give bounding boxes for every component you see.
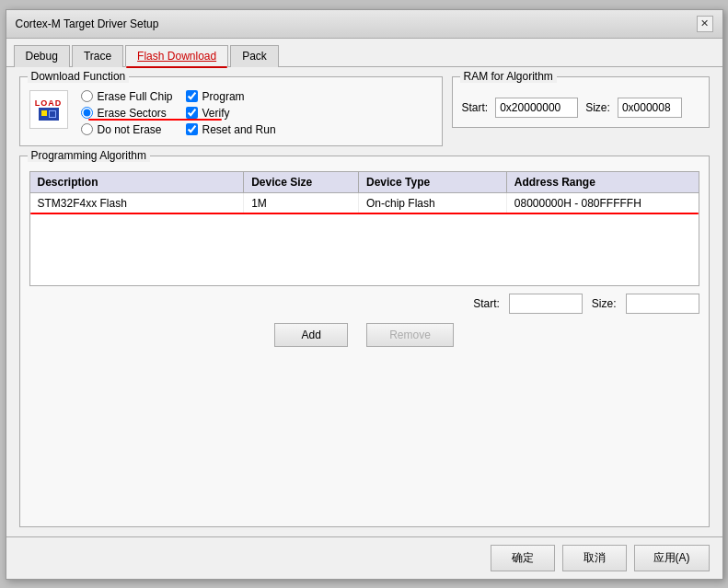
size-input[interactable] <box>626 294 699 314</box>
ram-size-input[interactable] <box>618 98 682 118</box>
table-row[interactable]: STM32F4xx Flash 1M On-chip Flash 0800000… <box>30 193 699 214</box>
ram-algorithm-group: RAM for Algorithm Start: Size: <box>452 76 710 128</box>
reset-and-run-checkbox[interactable] <box>186 123 198 135</box>
programming-algorithm-legend: Programming Algorithm <box>28 149 150 162</box>
program-checkbox[interactable] <box>186 90 198 102</box>
erase-sectors-radio[interactable] <box>81 107 93 119</box>
table-header: Description Device Size Device Type Addr… <box>30 172 699 193</box>
main-window: Cortex-M Target Driver Setup ✕ Debug Tra… <box>6 9 723 580</box>
radio-options: Erase Full Chip Erase Sectors Do not Era… <box>81 90 173 136</box>
tab-flash-download[interactable]: Flash Download <box>125 45 228 67</box>
col-device-type: Device Type <box>359 172 507 192</box>
download-function-legend: Download Function <box>28 70 130 83</box>
ram-algorithm-legend: RAM for Algorithm <box>460 70 557 83</box>
program-label: Program <box>202 90 245 103</box>
ram-start-label: Start: <box>462 101 489 114</box>
cell-address-range: 08000000H - 080FFFFFH <box>507 193 699 213</box>
cb-reset-run-row: Reset and Run <box>186 123 276 136</box>
verify-label: Verify <box>202 107 230 120</box>
ok-button[interactable]: 确定 <box>491 545 555 571</box>
radio-do-not-erase: Do not Erase <box>81 123 173 136</box>
erase-full-chip-label: Erase Full Chip <box>98 90 173 103</box>
cell-device-type: On-chip Flash <box>359 193 507 213</box>
ram-row: Start: Size: <box>462 98 699 118</box>
footer-bar: 确定 取消 应用(A) <box>6 536 722 579</box>
add-remove-buttons: Add Remove <box>29 323 699 347</box>
col-address-range: Address Range <box>507 172 699 192</box>
ram-size-label: Size: <box>585 101 610 114</box>
title-bar: Cortex-M Target Driver Setup ✕ <box>6 10 722 39</box>
cancel-button[interactable]: 取消 <box>562 545 627 571</box>
radio-erase-full: Erase Full Chip <box>81 90 173 103</box>
col-description: Description <box>30 172 245 192</box>
radio-erase-sectors: Erase Sectors <box>81 107 173 120</box>
remove-button[interactable]: Remove <box>366 323 454 347</box>
download-function-group: Download Function LOAD Erase Full Chip <box>19 76 443 146</box>
erase-sectors-label: Erase Sectors <box>98 107 167 120</box>
table-body: STM32F4xx Flash 1M On-chip Flash 0800000… <box>30 193 699 285</box>
col-device-size: Device Size <box>244 172 359 192</box>
cell-description: STM32F4xx Flash <box>30 193 245 213</box>
cb-program-row: Program <box>186 90 276 103</box>
verify-checkbox[interactable] <box>186 107 198 119</box>
tab-pack[interactable]: Pack <box>230 45 279 67</box>
apply-button[interactable]: 应用(A) <box>634 545 710 571</box>
add-button[interactable]: Add <box>274 323 348 347</box>
top-row: Download Function LOAD Erase Full Chip <box>19 76 710 146</box>
start-label: Start: <box>473 297 500 310</box>
ram-start-input[interactable] <box>495 98 578 118</box>
load-icon: LOAD <box>29 90 68 129</box>
do-not-erase-radio[interactable] <box>81 123 93 135</box>
tab-bar: Debug Trace Flash Download Pack <box>6 39 722 67</box>
cell-device-size: 1M <box>244 193 359 213</box>
checkbox-options: Program Verify Reset and Run <box>186 90 276 136</box>
download-function-content: LOAD Erase Full Chip Era <box>29 88 433 136</box>
size-label: Size: <box>592 297 617 310</box>
start-size-row: Start: Size: <box>29 294 699 314</box>
tab-debug[interactable]: Debug <box>14 45 70 67</box>
programming-algorithm-group: Programming Algorithm Description Device… <box>19 156 710 527</box>
close-button[interactable]: ✕ <box>697 16 713 32</box>
cb-verify-row: Verify <box>186 107 276 120</box>
window-title: Cortex-M Target Driver Setup <box>16 17 159 30</box>
tab-trace[interactable]: Trace <box>72 45 123 67</box>
start-input[interactable] <box>509 294 583 314</box>
erase-full-chip-radio[interactable] <box>81 90 93 102</box>
main-content: Download Function LOAD Erase Full Chip <box>6 67 722 536</box>
reset-and-run-label: Reset and Run <box>202 123 276 136</box>
do-not-erase-label: Do not Erase <box>98 123 162 136</box>
algorithm-table: Description Device Size Device Type Addr… <box>29 171 699 286</box>
